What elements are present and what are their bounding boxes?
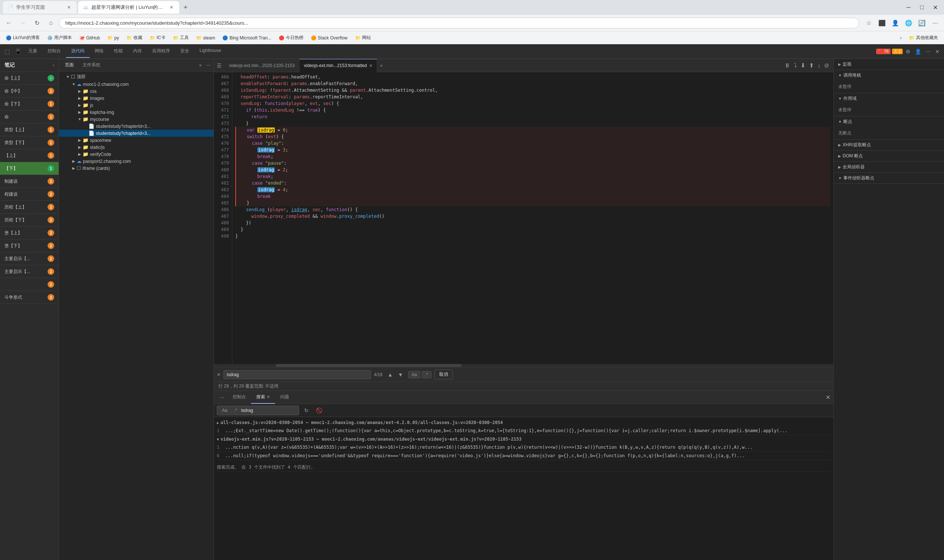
- step-button[interactable]: ↓: [816, 61, 822, 70]
- bookmark-bing[interactable]: 🔵 Bing Microsoft Tran...: [219, 34, 274, 42]
- bookmark-py[interactable]: 📁 py: [104, 34, 122, 42]
- right-section-dom[interactable]: ▶ DOM 断点: [834, 151, 944, 162]
- notebook-item-4[interactable]: 类型【上】 1: [0, 123, 59, 136]
- scrollbar-thumb[interactable]: [276, 364, 462, 367]
- console-tab-console[interactable]: 控制台: [228, 391, 251, 404]
- console-expand-btn[interactable]: ⋯: [217, 395, 228, 400]
- right-section-event[interactable]: ▼ 事件侦听器断点: [834, 173, 944, 184]
- tree-item-mycourse[interactable]: ▼ 📁 mycourse: [59, 116, 213, 123]
- tab-lighthouse[interactable]: Lighthouse: [194, 45, 227, 58]
- search-file-header-1[interactable]: ▶ all-classes.js:v=2020-0300-2054 — mooc…: [217, 418, 830, 427]
- console-tab-search[interactable]: 搜索 ✕: [251, 391, 275, 404]
- horizontal-scrollbar[interactable]: [214, 364, 833, 367]
- tab-1[interactable]: 📄 学生学习页面 ✕: [3, 1, 77, 14]
- right-section-global-header[interactable]: ▶ 全局侦听器: [834, 162, 944, 172]
- play-pause-button[interactable]: ⏸: [783, 61, 792, 70]
- bookmark-other[interactable]: 📁 其他收藏夹: [906, 33, 941, 42]
- notebook-item-1[interactable]: 命【中】 1: [0, 85, 59, 98]
- home-button[interactable]: ⌂: [45, 17, 57, 29]
- tab-2[interactable]: ☁️ 超星学习通网课分析 | LiuYun的博... ✕: [78, 1, 179, 14]
- notebook-item-10[interactable]: 历程【上】 2: [0, 201, 59, 214]
- star-icon[interactable]: ☆: [863, 17, 875, 29]
- regex-opt[interactable]: .*: [231, 407, 240, 414]
- tree-item-study1[interactable]: 📄 studentstudy?chapterId=3...: [59, 123, 213, 130]
- console-tab-search-close[interactable]: ✕: [267, 395, 270, 399]
- tab-2-close[interactable]: ✕: [168, 4, 175, 11]
- console-search-box[interactable]: Aa .*: [217, 406, 299, 415]
- right-section-dom-header[interactable]: ▶ DOM 断点: [834, 151, 944, 162]
- right-section-callstack-header[interactable]: ▼ 调用堆栈: [834, 70, 944, 81]
- tab-memory[interactable]: 内存: [128, 45, 147, 58]
- tree-item-passport[interactable]: ▶ ☁ passport2.chaoxing.com: [59, 158, 213, 165]
- ext-icon-2[interactable]: 👤: [889, 17, 901, 29]
- back-button[interactable]: ←: [3, 17, 15, 29]
- step-out-button[interactable]: ⬆: [808, 60, 815, 70]
- search-next-button[interactable]: ▼: [396, 371, 405, 378]
- editor-sidebar-toggle[interactable]: ☰: [214, 63, 225, 69]
- notebook-item-11[interactable]: 历程【下】 2: [0, 214, 59, 226]
- notebook-item-8[interactable]: 制建设 2: [0, 175, 59, 188]
- match-case-opt[interactable]: Aa: [219, 407, 230, 414]
- notebook-item-3[interactable]: 命 1: [0, 111, 59, 123]
- right-section-event-header[interactable]: ▼ 事件侦听器断点: [834, 173, 944, 183]
- more-options-icon[interactable]: ⋯: [929, 17, 941, 29]
- bookmark-stackoverflow[interactable]: 🟠 Stack Overflow: [308, 34, 351, 42]
- right-section-global[interactable]: ▶ 全局侦听器: [834, 162, 944, 173]
- tab-sources[interactable]: 源代码: [66, 45, 89, 58]
- ext-icon-3[interactable]: 🌐: [903, 17, 915, 29]
- devtools-more-icon[interactable]: ⋯: [924, 47, 932, 56]
- notebook-item-0[interactable]: 命【上】 ✓: [0, 72, 59, 85]
- bookmark-steam[interactable]: 📁 steam: [193, 34, 218, 42]
- inspect-element-icon[interactable]: ⬚: [3, 46, 11, 56]
- close-button[interactable]: ✕: [929, 2, 941, 13]
- devtools-close-icon[interactable]: ✕: [934, 47, 941, 56]
- bookmarks-more-btn[interactable]: ›: [897, 34, 905, 42]
- tab-1-close[interactable]: ✕: [66, 4, 72, 11]
- refresh-button[interactable]: ↻: [31, 17, 43, 29]
- bookmark-github[interactable]: 🐙 GitHub: [76, 34, 103, 42]
- tree-item-kaptcha[interactable]: ▶ 📁 kaptcha-img: [59, 109, 213, 116]
- left-tabs-more[interactable]: »: [199, 63, 202, 68]
- tree-item-css[interactable]: ▶ 📁 css: [59, 88, 213, 95]
- notebook-item-5[interactable]: 类型【下】 1: [0, 136, 59, 149]
- step-over-button[interactable]: ⤵: [793, 61, 798, 70]
- search-file-header-2[interactable]: ▼ videojs-ext.min.js?v=2020-1105-2153 — …: [217, 435, 830, 443]
- forward-button[interactable]: →: [17, 17, 29, 29]
- notebook-item-2[interactable]: 命【下】 1: [0, 98, 59, 111]
- tab-elements[interactable]: 元素: [23, 45, 42, 58]
- regex-button[interactable]: .*: [422, 371, 432, 378]
- right-section-xhr[interactable]: ▶ XHR/提取断点: [834, 140, 944, 151]
- editor-search-input[interactable]: [224, 370, 371, 379]
- left-panel-menu[interactable]: ⋯: [206, 63, 211, 68]
- tab-network[interactable]: 网络: [89, 45, 109, 58]
- console-tab-issues[interactable]: 问题: [275, 391, 294, 404]
- right-section-breakpoints-header[interactable]: ▼ 断点: [834, 117, 944, 127]
- notebook-item-17[interactable]: 斗争形式 2: [0, 291, 59, 304]
- console-search-input[interactable]: [241, 408, 296, 413]
- bookmark-hot[interactable]: 🔴 今日热榜: [276, 33, 307, 42]
- tree-item-domain1[interactable]: ▼ ☁ mooc1-2.chaoxing.com: [59, 81, 213, 88]
- tree-item-top[interactable]: ▼ ☐ 顶部: [59, 73, 213, 81]
- notebook-item-16[interactable]: 2: [0, 278, 59, 291]
- tab-performance[interactable]: 性能: [109, 45, 128, 58]
- devtools-settings-icon[interactable]: ⚙: [904, 47, 912, 56]
- notebook-item-6[interactable]: 【上】 1: [0, 149, 59, 162]
- bookmark-collection[interactable]: 📁 收藏: [123, 33, 145, 42]
- search-cancel-button[interactable]: 取消: [434, 369, 453, 380]
- ext-icon-4[interactable]: 🔄: [916, 17, 928, 29]
- minimize-button[interactable]: ─: [903, 2, 915, 13]
- responsive-design-icon[interactable]: 📱: [13, 46, 23, 56]
- notebook-item-15[interactable]: 主要启示【... 2: [0, 265, 59, 278]
- notebook-item-13[interactable]: 堡【下】 2: [0, 240, 59, 252]
- tree-item-study2[interactable]: 📄 studentstudy?chapterId=3...: [59, 130, 213, 137]
- left-tab-page[interactable]: 页面: [62, 60, 77, 70]
- devtools-user-icon[interactable]: 👤: [913, 47, 922, 56]
- console-refresh-icon[interactable]: ↻: [302, 407, 311, 414]
- editor-tabs-more-btn[interactable]: »: [377, 63, 386, 68]
- editor-tab-2-close[interactable]: ✕: [369, 63, 372, 68]
- code-content[interactable]: headOffset: params.headOffset, enableFas…: [232, 72, 833, 364]
- tab-console[interactable]: 控制台: [42, 45, 66, 58]
- tree-item-verifycode[interactable]: ▶ 📁 verifyCode: [59, 151, 213, 158]
- bookmark-userscript[interactable]: ⚙️ 用户脚本: [44, 33, 75, 42]
- tab-security[interactable]: 安全: [175, 45, 194, 58]
